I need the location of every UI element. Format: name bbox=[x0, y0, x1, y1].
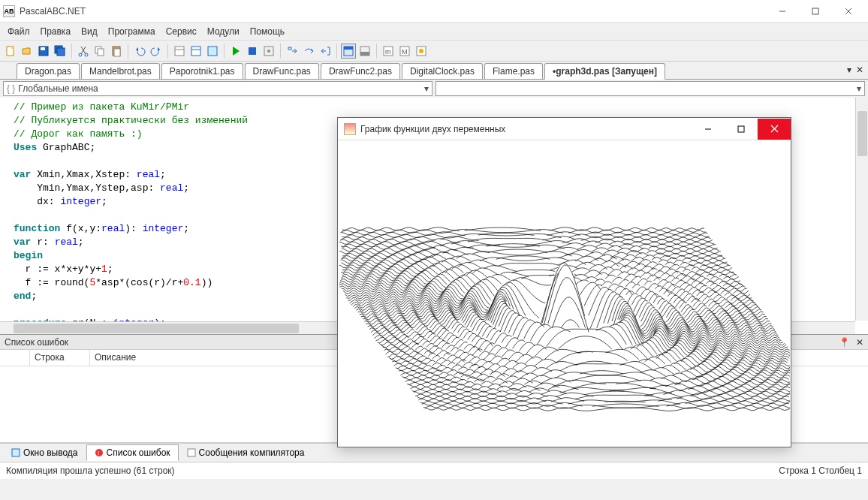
toggle-panel-1-icon[interactable] bbox=[341, 44, 356, 59]
minimize-button[interactable] bbox=[766, 1, 799, 22]
window-title: PascalABC.NET bbox=[20, 6, 86, 17]
form-icon[interactable] bbox=[205, 44, 220, 59]
open-file-icon[interactable] bbox=[20, 44, 35, 59]
braces-icon: { } bbox=[7, 83, 15, 94]
menu-program[interactable]: Программа bbox=[108, 26, 155, 37]
step-out-icon[interactable] bbox=[318, 44, 333, 59]
scope-label: Глобальные имена bbox=[18, 83, 98, 94]
tab-close-icon[interactable]: ✕ bbox=[856, 65, 863, 75]
undo-icon[interactable] bbox=[132, 44, 147, 59]
toggle-panel-2-icon[interactable] bbox=[357, 44, 372, 59]
close-button[interactable] bbox=[832, 1, 865, 22]
panel-close-icon[interactable]: ✕ bbox=[856, 337, 863, 348]
tab-drawfunc2[interactable]: DrawFunc2.pas bbox=[321, 63, 400, 79]
svg-rect-8 bbox=[57, 48, 65, 56]
chevron-down-icon: ▾ bbox=[424, 83, 429, 94]
child-title-bar[interactable]: График функции двух переменных bbox=[338, 118, 791, 140]
copy-icon[interactable] bbox=[92, 44, 107, 59]
error-panel-label: Список ошибок bbox=[5, 337, 68, 348]
menu-edit[interactable]: Правка bbox=[41, 26, 71, 37]
svg-point-22 bbox=[267, 50, 270, 53]
status-compile: Компиляция прошла успешно (61 строк) bbox=[6, 465, 175, 476]
status-bar: Компиляция прошла успешно (61 строк) Стр… bbox=[0, 462, 868, 479]
graph-canvas bbox=[339, 142, 789, 445]
svg-rect-15 bbox=[175, 47, 184, 56]
child-window-graph3d[interactable]: График функции двух переменных bbox=[337, 117, 791, 447]
settings-icon[interactable] bbox=[261, 44, 276, 59]
svg-text:m: m bbox=[385, 48, 391, 56]
save-icon[interactable] bbox=[36, 44, 51, 59]
menu-help[interactable]: Помощь bbox=[250, 26, 285, 37]
new-file-icon[interactable] bbox=[3, 44, 18, 59]
toolbar: m M bbox=[0, 41, 868, 62]
error-col-line[interactable]: Строка bbox=[30, 350, 90, 366]
module-1-icon[interactable]: m bbox=[381, 44, 396, 59]
menu-view[interactable]: Вид bbox=[81, 26, 98, 37]
pin-icon[interactable]: 📍 bbox=[839, 337, 850, 348]
svg-rect-24 bbox=[344, 47, 353, 50]
bottom-tab-output[interactable]: Окно вывода bbox=[3, 444, 86, 461]
svg-rect-26 bbox=[360, 52, 369, 56]
stop-icon[interactable] bbox=[245, 44, 260, 59]
tab-menu-icon[interactable]: ▾ bbox=[847, 65, 851, 75]
save-all-icon[interactable] bbox=[53, 44, 68, 59]
scope-combo[interactable]: { } Глобальные имена ▾ bbox=[3, 81, 432, 96]
title-bar: AB PascalABC.NET bbox=[0, 0, 868, 23]
error-col-blank[interactable] bbox=[0, 350, 30, 366]
module-2-icon[interactable]: M bbox=[397, 44, 412, 59]
svg-rect-6 bbox=[41, 47, 45, 50]
app-logo-icon: AB bbox=[3, 5, 15, 17]
svg-point-32 bbox=[419, 49, 423, 53]
svg-rect-38 bbox=[738, 126, 744, 132]
menu-file[interactable]: Файл bbox=[8, 26, 30, 37]
child-close-button[interactable] bbox=[758, 119, 791, 140]
tab-dragon[interactable]: Dragon.pas bbox=[17, 63, 80, 79]
svg-text:!: ! bbox=[98, 450, 99, 456]
menu-bar: Файл Правка Вид Программа Сервис Модули … bbox=[0, 23, 868, 41]
svg-point-10 bbox=[85, 53, 88, 56]
tab-bar: Dragon.pas Mandelbrot.pas Paporotnik1.pa… bbox=[0, 62, 868, 80]
step-into-icon[interactable] bbox=[285, 44, 300, 59]
svg-rect-12 bbox=[98, 49, 104, 56]
menu-service[interactable]: Сервис bbox=[166, 26, 197, 37]
svg-rect-17 bbox=[191, 47, 200, 56]
navigation-combo-bar: { } Глобальные имена ▾ ▾ bbox=[0, 80, 868, 98]
vertical-scrollbar[interactable] bbox=[855, 98, 868, 321]
menu-modules[interactable]: Модули bbox=[207, 26, 240, 37]
properties-icon[interactable] bbox=[172, 44, 187, 59]
status-cursor: Строка 1 Столбец 1 bbox=[779, 465, 862, 476]
svg-text:M: M bbox=[402, 48, 408, 56]
form-icon bbox=[344, 123, 356, 135]
tab-flame[interactable]: Flame.pas bbox=[484, 63, 543, 79]
step-over-icon[interactable] bbox=[301, 44, 316, 59]
child-maximize-button[interactable] bbox=[725, 119, 758, 140]
bottom-tab-compiler[interactable]: Сообщения компилятора bbox=[179, 444, 313, 461]
properties2-icon[interactable] bbox=[188, 44, 203, 59]
maximize-button[interactable] bbox=[799, 1, 832, 22]
paste-icon[interactable] bbox=[109, 44, 124, 59]
bottom-tab-errors[interactable]: !Список ошибок bbox=[86, 444, 179, 461]
svg-rect-1 bbox=[812, 8, 818, 14]
svg-rect-36 bbox=[188, 449, 195, 456]
child-window-title: График функции двух переменных bbox=[360, 124, 505, 134]
svg-rect-20 bbox=[249, 47, 256, 55]
scrollbar-thumb[interactable] bbox=[857, 111, 867, 156]
run-icon[interactable] bbox=[228, 44, 243, 59]
svg-rect-19 bbox=[208, 47, 217, 56]
scrollbar-thumb[interactable] bbox=[14, 324, 299, 333]
cut-icon[interactable] bbox=[76, 44, 91, 59]
module-3-icon[interactable] bbox=[414, 44, 429, 59]
tab-mandelbrot[interactable]: Mandelbrot.pas bbox=[81, 63, 160, 79]
chevron-down-icon: ▾ bbox=[857, 83, 861, 94]
svg-rect-14 bbox=[114, 49, 120, 56]
tab-digitalclock[interactable]: DigitalClock.pas bbox=[402, 63, 483, 79]
svg-point-9 bbox=[79, 53, 82, 56]
tab-graph3d-active[interactable]: •graph3d.pas [Запущен] bbox=[544, 63, 665, 80]
svg-rect-33 bbox=[12, 449, 20, 456]
window-buttons bbox=[766, 1, 865, 22]
tab-paporotnik[interactable]: Paporotnik1.pas bbox=[161, 63, 243, 79]
tab-drawfunc[interactable]: DrawFunc.pas bbox=[245, 63, 319, 79]
child-minimize-button[interactable] bbox=[692, 119, 725, 140]
redo-icon[interactable] bbox=[149, 44, 164, 59]
member-combo[interactable]: ▾ bbox=[436, 81, 865, 96]
